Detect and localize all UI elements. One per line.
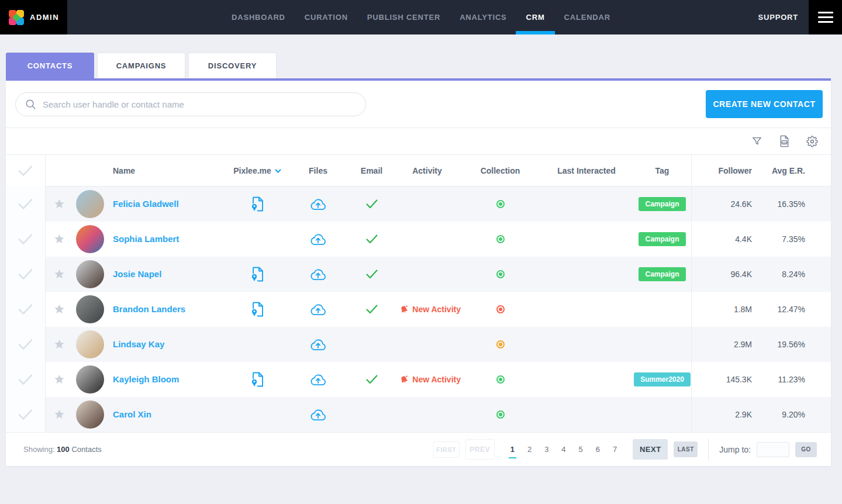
nav-item-crm[interactable]: CRM [526,0,545,34]
tab-campaigns[interactable]: CAMPAIGNS [97,53,185,78]
avatar[interactable] [76,401,104,429]
contacts-panel: CREATE NEW CONTACT csv Name Pixlee.me [6,81,831,466]
check-icon [17,373,34,386]
row-checkbox[interactable] [6,397,46,432]
collection-status-dot [496,410,505,419]
pixlee-me-page-icon[interactable] [228,267,287,282]
page-number-2[interactable]: 2 [521,441,538,457]
contact-name-link[interactable]: Josie Napel [107,269,161,279]
check-icon [17,268,34,281]
favorite-star-icon[interactable] [46,199,73,209]
avg-er-value: 7.35% [760,234,831,244]
favorite-star-icon[interactable] [46,234,73,244]
nav-item-analytics[interactable]: ANALYTICS [460,0,506,34]
contact-name-link[interactable]: Carol Xin [107,409,151,419]
follower-count: 145.3K [691,362,760,397]
top-nav: ADMIN DASHBOARDCURATIONPUBLISH CENTERANA… [0,0,842,34]
favorite-star-icon[interactable] [46,269,73,279]
search-input[interactable] [43,99,356,109]
collection-status-dot [496,235,505,243]
nav-item-calendar[interactable]: CALENDAR [564,0,610,34]
avg-er-value: 16.35% [760,199,831,209]
settings-icon[interactable] [806,136,818,147]
col-header-email: Email [350,166,394,175]
avatar[interactable] [76,365,104,393]
page-number-7[interactable]: 7 [606,441,623,457]
contact-name-link[interactable]: Felicia Gladwell [107,199,179,209]
avatar[interactable] [76,330,104,358]
follower-count: 2.9M [691,327,760,362]
avatar[interactable] [76,190,104,218]
row-checkbox[interactable] [6,257,46,292]
filter-icon[interactable] [751,136,762,147]
tag-badge: Campaign [639,197,685,211]
sort-desc-icon [275,169,281,173]
row-checkbox[interactable] [6,222,46,257]
favorite-star-icon[interactable] [46,374,73,385]
check-icon [17,198,34,210]
contact-name-link[interactable]: Kayleigh Bloom [107,374,179,384]
avg-er-value: 8.24% [760,270,831,279]
pixlee-me-page-icon[interactable] [228,372,287,387]
row-checkbox[interactable] [6,187,46,222]
tab-discovery[interactable]: DISCOVERY [188,53,277,78]
avatar[interactable] [76,225,104,253]
table-row: Lindsay Kay [6,327,831,362]
nav-item-publish-center[interactable]: PUBLISH CENTER [367,0,440,34]
collection-status-dot [496,340,505,348]
nav-item-dashboard[interactable]: DASHBOARD [232,0,285,34]
tab-contacts[interactable]: CONTACTS [6,53,94,78]
pixlee-logo-icon [9,10,24,25]
favorite-star-icon[interactable] [46,339,73,350]
favorite-star-icon[interactable] [46,304,73,315]
collection-status-dot [496,305,505,313]
page-number-1[interactable]: 1 [504,441,521,457]
nav-support[interactable]: SUPPORT [758,0,798,34]
hamburger-menu-icon[interactable] [809,0,842,34]
upload-files-icon[interactable] [287,198,350,210]
avatar[interactable] [76,295,104,323]
table-footer: Showing: 100 Contacts FIRST PREV 1234567… [6,432,831,466]
row-checkbox[interactable] [6,362,46,397]
jump-to-input[interactable] [757,442,789,457]
csv-export-icon[interactable]: csv [779,135,790,147]
email-verified-icon [350,199,394,209]
contact-name-link[interactable]: Brandon Landers [107,304,185,314]
last-page-button[interactable]: LAST [674,441,698,457]
row-checkbox[interactable] [6,292,46,327]
row-checkbox[interactable] [6,327,46,362]
first-page-button[interactable]: FIRST [433,441,460,458]
upload-files-icon[interactable] [287,303,350,316]
tabs-bar: CONTACTSCAMPAIGNSDISCOVERY [0,34,842,78]
page-number-3[interactable]: 3 [538,441,555,457]
prev-page-button[interactable]: PREV [465,439,495,460]
select-all-checkbox[interactable] [6,155,46,187]
avg-er-value: 12.47% [760,305,831,314]
page-number-5[interactable]: 5 [572,441,589,457]
brand-logo[interactable]: ADMIN [0,0,67,34]
upload-files-icon[interactable] [287,374,350,386]
check-icon [17,408,34,421]
upload-files-icon[interactable] [287,339,350,351]
upload-files-icon[interactable] [287,409,350,421]
nav-right: SUPPORT [758,0,842,34]
bell-icon [399,374,409,385]
contact-name-link[interactable]: Lindsay Kay [107,339,164,349]
page-number-6[interactable]: 6 [589,441,606,457]
favorite-star-icon[interactable] [46,409,73,420]
next-page-button[interactable]: NEXT [633,439,668,460]
pixlee-me-page-icon[interactable] [228,196,287,212]
col-header-files: Files [287,166,350,175]
upload-files-icon[interactable] [287,233,350,246]
contact-name-link[interactable]: Sophia Lambert [107,234,179,244]
nav-item-curation[interactable]: CURATION [305,0,348,34]
pixlee-me-page-icon[interactable] [228,302,287,317]
create-new-contact-button[interactable]: CREATE NEW CONTACT [706,90,823,118]
search-icon [25,99,36,110]
col-header-pixlee-me[interactable]: Pixlee.me [228,166,287,175]
avatar[interactable] [76,260,104,288]
pagination: FIRST PREV 1234567 NEXT LAST Jump to: GO [433,439,817,461]
go-button[interactable]: GO [795,442,817,457]
upload-files-icon[interactable] [287,268,350,281]
page-number-4[interactable]: 4 [555,441,572,457]
